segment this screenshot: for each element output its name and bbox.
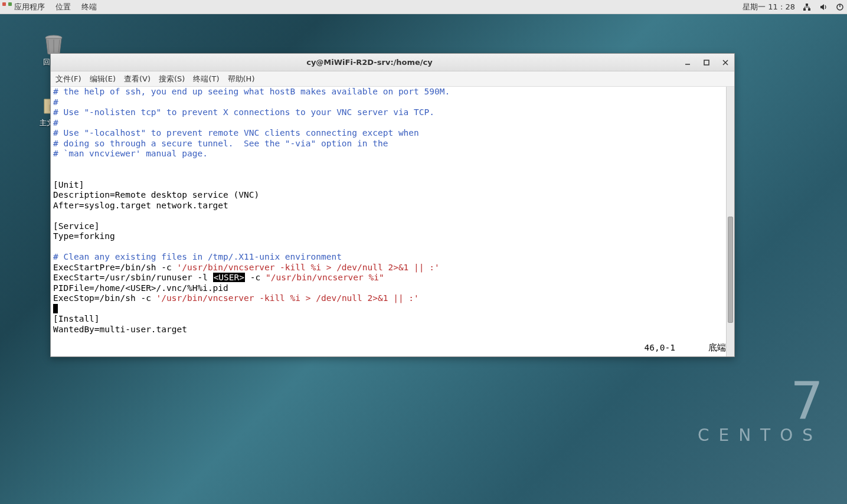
config-line: [Service]	[53, 221, 100, 231]
apps-icon	[2, 2, 12, 12]
config-line: ExecStop=/bin/sh -c '/usr/bin/vncserver …	[53, 293, 419, 303]
comment-line: # Use "-localhost" to prevent remote VNC…	[53, 128, 419, 138]
titlebar[interactable]: cy@MiWiFi-R2D-srv:/home/cy	[51, 54, 734, 71]
svg-rect-7	[704, 60, 709, 65]
places-menu[interactable]: 位置	[55, 2, 71, 12]
config-line: [Unit]	[53, 180, 84, 189]
terminal-task[interactable]: 终端	[81, 2, 97, 12]
comment-line: # `man vncviewer' manual page.	[53, 149, 208, 158]
volume-icon[interactable]	[819, 2, 828, 12]
config-line: After=syslog.target network.target	[53, 201, 228, 210]
svg-rect-0	[806, 4, 808, 6]
clock[interactable]: 星期一 11 : 28	[743, 2, 795, 12]
config-line: [Install]	[53, 314, 100, 323]
comment-line: #	[53, 97, 58, 107]
maximize-button[interactable]	[702, 58, 711, 67]
power-icon[interactable]	[835, 2, 845, 12]
config-line: Description=Remote desktop service (VNC)	[53, 190, 259, 199]
config-line: Type=forking	[53, 231, 115, 241]
menu-search[interactable]: 搜索(S)	[159, 74, 185, 84]
centos-brand: 7 CENTOS	[698, 381, 822, 445]
svg-rect-1	[803, 8, 806, 11]
applications-menu[interactable]: 应用程序	[2, 2, 45, 12]
cursor-position: 46,0-1	[645, 343, 675, 354]
top-panel: 应用程序 位置 终端 星期一 11 : 28	[0, 0, 847, 14]
comment-line: # Use "-nolisten tcp" to prevent X conne…	[53, 107, 434, 117]
centos-version: 7	[698, 381, 822, 422]
config-line: PIDFile=/home/<USER>/.vnc/%H%i.pid	[53, 283, 228, 293]
menu-view[interactable]: 查看(V)	[124, 74, 151, 84]
user-placeholder: <USER>	[213, 273, 245, 282]
comment-line: # Clean any existing files in /tmp/.X11-…	[53, 252, 342, 261]
scroll-position: 底端	[708, 343, 726, 354]
menu-terminal[interactable]: 终端(T)	[193, 74, 219, 84]
window-title: cy@MiWiFi-R2D-srv:/home/cy	[55, 58, 684, 67]
terminal-content[interactable]: # the help of ssh, you end up seeing wha…	[51, 87, 734, 356]
menu-edit[interactable]: 编辑(E)	[90, 74, 116, 84]
network-icon[interactable]	[802, 2, 812, 12]
trash-icon	[42, 32, 66, 56]
minimize-button[interactable]	[684, 58, 692, 67]
menu-file[interactable]: 文件(F)	[55, 74, 81, 84]
scrollbar[interactable]	[726, 87, 734, 356]
close-button[interactable]	[721, 58, 730, 67]
config-line: WantedBy=multi-user.target	[53, 325, 187, 334]
terminal-window: cy@MiWiFi-R2D-srv:/home/cy 文件(F) 编辑(E) 查…	[50, 53, 735, 357]
comment-line: # doing so through a secure tunnel. See …	[53, 139, 388, 148]
centos-name: CENTOS	[698, 426, 822, 445]
cursor	[53, 304, 58, 313]
svg-rect-2	[808, 8, 810, 11]
comment-line: #	[53, 118, 58, 127]
vim-status-line: 46,0-1 底端	[645, 343, 726, 354]
menu-help[interactable]: 帮助(H)	[228, 74, 255, 84]
menubar: 文件(F) 编辑(E) 查看(V) 搜索(S) 终端(T) 帮助(H)	[51, 71, 734, 87]
scroll-thumb[interactable]	[728, 217, 733, 323]
config-line: ExecStartPre=/bin/sh -c '/usr/bin/vncser…	[53, 263, 440, 272]
comment-line: # the help of ssh, you end up seeing wha…	[53, 87, 450, 96]
config-line: ExecStart=/usr/sbin/runuser -l <USER> -c…	[53, 273, 384, 282]
